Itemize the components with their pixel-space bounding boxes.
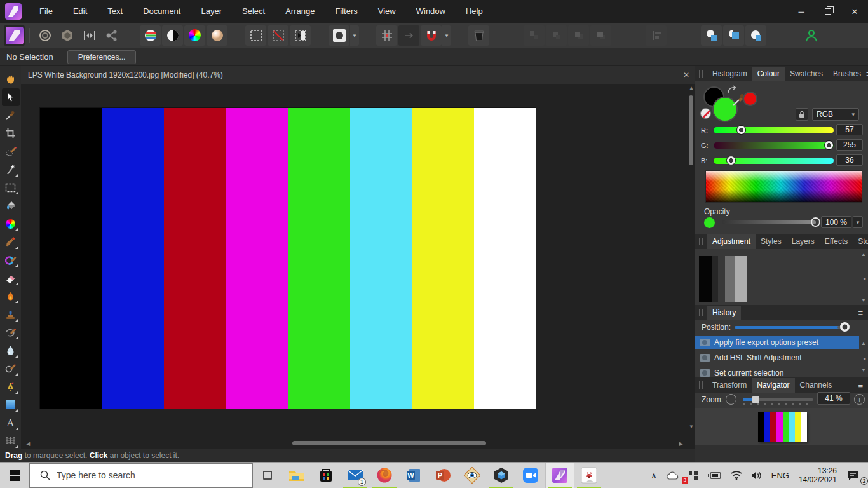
opacity-slider-knob[interactable] <box>811 217 820 227</box>
auto-white-balance-button[interactable] <box>207 25 227 46</box>
gradient-tool[interactable] <box>2 215 20 233</box>
position-slider[interactable] <box>735 326 849 329</box>
file-explorer-button[interactable] <box>282 463 311 488</box>
zoom-value-field[interactable]: 41 % <box>817 392 850 405</box>
taskbar-search[interactable] <box>29 463 253 488</box>
notification-center-button[interactable]: 2 <box>842 463 868 488</box>
scroll-up-icon[interactable]: ▲ <box>861 252 866 257</box>
marquee-select-tool[interactable] <box>2 179 20 196</box>
menu-arrange[interactable]: Arrange <box>275 0 325 23</box>
snapping-grid-button[interactable] <box>376 25 397 46</box>
scroll-down-icon[interactable]: ▼ <box>861 297 866 303</box>
green-slider-knob[interactable] <box>824 140 834 150</box>
menu-file[interactable]: File <box>29 0 63 23</box>
quick-mask-button[interactable] <box>329 25 349 46</box>
onedrive-button[interactable] <box>661 463 683 488</box>
text-tool[interactable]: A <box>2 414 20 432</box>
selection-brush-tool[interactable] <box>2 142 20 160</box>
blue-slider-knob[interactable] <box>726 156 736 165</box>
view-tool[interactable] <box>2 70 20 88</box>
auto-levels-button[interactable] <box>140 25 161 46</box>
blur-tool[interactable] <box>2 342 20 360</box>
boolean-add-button[interactable] <box>701 25 722 46</box>
auto-contrast-button[interactable] <box>162 25 183 46</box>
menu-help[interactable]: Help <box>456 0 493 23</box>
colour-replacement-brush-tool[interactable] <box>2 251 20 269</box>
tab-styles[interactable]: Styles <box>756 234 787 249</box>
tab-colour[interactable]: Colour <box>752 67 785 81</box>
restore-button[interactable] <box>815 0 841 23</box>
mesh-warp-tool[interactable] <box>2 432 20 450</box>
tab-channels[interactable]: Channels <box>795 378 837 393</box>
green-value-field[interactable]: 255 <box>836 139 863 151</box>
menu-select[interactable]: Select <box>232 0 275 23</box>
menu-window[interactable]: Window <box>406 0 456 23</box>
quick-mask-caret[interactable]: ▾ <box>350 25 359 46</box>
vertical-scroll-thumb[interactable] <box>689 95 693 165</box>
tone-mapping-persona-button[interactable] <box>79 25 100 46</box>
tab-navigator[interactable]: Navigator <box>752 378 794 393</box>
panel-menu-icon[interactable]: ≡ <box>858 381 863 390</box>
account-button[interactable] <box>801 25 822 46</box>
red-slider-knob[interactable] <box>736 125 746 135</box>
zoom-in-button[interactable]: + <box>854 394 865 405</box>
scroll-thumb-icon[interactable]: ● <box>863 276 866 281</box>
panel-grip-icon[interactable] <box>699 70 703 78</box>
snapping-caret[interactable]: ▾ <box>442 25 451 46</box>
scroll-up-icon[interactable]: ▲ <box>861 341 866 346</box>
horizontal-scroll-thumb[interactable] <box>292 441 486 445</box>
auto-colour-button[interactable] <box>184 25 205 46</box>
opacity-slider[interactable] <box>722 220 816 224</box>
crop-tool[interactable] <box>2 125 20 142</box>
persona-photo-button[interactable] <box>4 25 25 46</box>
no-colour-swatch[interactable] <box>700 108 711 119</box>
position-slider-knob[interactable] <box>840 322 850 332</box>
history-item-selected[interactable]: Apply file export options preset <box>695 336 859 349</box>
tray-chevron-button[interactable]: ∧ <box>646 463 661 488</box>
red-value-field[interactable]: 57 <box>836 124 863 135</box>
hexagon-app-button[interactable] <box>487 463 516 488</box>
tab-brushes[interactable]: Brushes <box>828 67 866 81</box>
document-close-button[interactable]: ✕ <box>677 66 695 84</box>
export-persona-button[interactable] <box>101 25 122 46</box>
opacity-value-field[interactable]: 100 % <box>821 216 851 228</box>
green-slider[interactable] <box>714 142 834 149</box>
history-item[interactable]: Add HSL Shift Adjustment <box>695 351 859 365</box>
colour-picker-tool[interactable] <box>2 106 20 124</box>
boolean-intersect-button[interactable] <box>745 25 766 46</box>
horizontal-scrollbar[interactable]: ◀ ▶ <box>22 439 684 447</box>
blue-slider[interactable] <box>714 158 834 164</box>
vertical-scrollbar[interactable]: ▲ ▼ <box>687 85 695 438</box>
tab-transform[interactable]: Transform <box>707 378 752 393</box>
close-button[interactable]: ✕ <box>841 0 868 23</box>
volume-tray-button[interactable] <box>747 463 767 488</box>
navigator-thumbnail[interactable] <box>758 412 807 442</box>
develop-persona-button[interactable] <box>57 25 78 46</box>
menu-filters[interactable]: Filters <box>325 0 367 23</box>
scroll-down-icon[interactable]: ▼ <box>861 367 866 373</box>
clone-stamp-tool[interactable] <box>2 306 20 323</box>
red-slider[interactable] <box>714 127 834 133</box>
smudge-tool[interactable] <box>2 360 20 377</box>
mail-button[interactable]: 1 <box>341 463 370 488</box>
tab-effects[interactable]: Effects <box>820 234 853 249</box>
blue-value-field[interactable]: 36 <box>836 154 863 166</box>
opacity-colour-swatch[interactable] <box>704 217 715 228</box>
shape-tool[interactable] <box>2 396 20 414</box>
powerpoint-button[interactable]: P <box>428 463 458 488</box>
zoom-out-button[interactable]: − <box>726 394 736 405</box>
scroll-down-icon[interactable]: ▼ <box>689 424 694 430</box>
panel-menu-icon[interactable]: ≡ <box>858 308 863 318</box>
tab-history[interactable]: History <box>707 306 741 320</box>
paint-brush-tool[interactable] <box>2 233 20 251</box>
panel-grip-icon[interactable] <box>699 309 703 316</box>
tab-adjustment[interactable]: Adjustment <box>707 234 756 249</box>
undo-brush-tool[interactable] <box>2 323 20 341</box>
faststone-button[interactable] <box>458 463 487 488</box>
move-tool[interactable] <box>2 88 20 106</box>
zoom-app-button[interactable] <box>516 463 545 488</box>
menu-document[interactable]: Document <box>133 0 191 23</box>
start-button[interactable] <box>0 463 29 488</box>
document-image[interactable] <box>40 108 536 409</box>
invert-selection-button[interactable] <box>290 25 311 46</box>
